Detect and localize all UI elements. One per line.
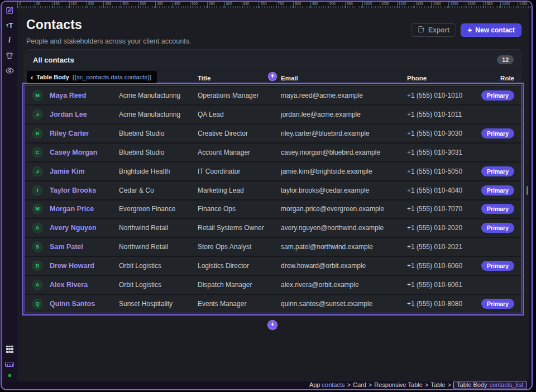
contact-name-link[interactable]: Sam Patel (50, 243, 119, 251)
apps-grid-icon[interactable] (4, 344, 15, 354)
new-contact-button[interactable]: + New contact (461, 23, 521, 37)
ruler-tick: 950 (345, 2, 362, 8)
contact-title: Retail Systems Owner (198, 224, 281, 232)
preview-eye-icon[interactable] (4, 65, 15, 75)
column-role[interactable]: Role (500, 75, 514, 82)
contact-company: Sunset Hospitality (119, 300, 198, 308)
contact-email: maya.reed@acme.example (281, 92, 407, 99)
row-count-badge: 12 (497, 55, 514, 64)
breadcrumb-selected[interactable]: Table Body contacts_list (453, 381, 527, 389)
contact-row[interactable]: D Drew Howard Orbit Logistics Logistics … (25, 256, 521, 275)
contact-title: Logistics Director (198, 262, 281, 270)
theme-shirt-icon[interactable] (4, 50, 15, 60)
contact-company: Evergreen Finance (119, 205, 198, 213)
contact-row[interactable]: R Riley Carter Bluebird Studio Creative … (25, 123, 521, 142)
ruler-tick: 50 (35, 2, 52, 8)
contact-role: Primary (481, 128, 514, 138)
vertical-scrollbar[interactable] (527, 186, 528, 195)
contact-phone: +1 (555) 010-4040 (407, 187, 481, 194)
avatar: Q (32, 298, 43, 309)
data-binding-expression: {{sc_contacts.data.contacts}} (73, 74, 151, 80)
export-button[interactable]: Export (411, 23, 456, 37)
add-component-button[interactable]: + (267, 320, 277, 330)
contact-row[interactable]: T Taylor Brooks Cedar & Co Marketing Lea… (25, 180, 521, 199)
contact-name-link[interactable]: Jordan Lee (50, 111, 119, 118)
contact-company: Acme Manufacturing (119, 92, 198, 99)
contact-row[interactable]: A Alex Rivera Orbit Logistics Dispatch M… (25, 275, 521, 294)
contact-title: IT Coordinator (198, 168, 281, 175)
contact-role: Primary (481, 223, 514, 233)
all-contacts-card[interactable]: All contacts 12 Title Email Phone Role M… (25, 49, 521, 314)
contact-role: Primary (481, 185, 514, 195)
column-phone[interactable]: Phone (407, 75, 500, 82)
ruler-tick: 150 (69, 2, 87, 8)
breadcrumb-item[interactable]: Responsive Table (374, 381, 423, 388)
contact-phone: +1 (555) 010-7070 (407, 205, 481, 213)
contact-phone: +1 (555) 010-1010 (407, 92, 481, 99)
breadcrumb-item[interactable]: Table (430, 381, 445, 388)
contact-company: Acme Manufacturing (119, 111, 198, 118)
contact-name-link[interactable]: Morgan Price (50, 205, 119, 213)
ruler-tick: 1100 (397, 2, 414, 8)
contact-row[interactable]: M Maya Reed Acme Manufacturing Operation… (25, 85, 521, 104)
primary-badge: Primary (481, 185, 514, 195)
primary-badge: Primary (481, 128, 514, 138)
ruler-tick: 300 (121, 2, 138, 8)
contact-name-link[interactable]: Jamie Kim (50, 168, 119, 175)
contact-name-link[interactable]: Casey Morgan (50, 149, 119, 156)
ruler-tick: 400 (155, 2, 173, 8)
primary-badge: Primary (481, 204, 514, 214)
contact-role: Primary (481, 299, 514, 309)
table-body-selected[interactable]: M Maya Reed Acme Manufacturing Operation… (25, 85, 521, 313)
contact-row[interactable]: M Morgan Price Evergreen Finance Finance… (25, 199, 521, 218)
ruler-tick: 600 (224, 2, 242, 8)
status-dot (8, 374, 11, 377)
contact-role: Primary (481, 261, 514, 271)
contact-company: Northwind Retail (119, 224, 198, 232)
contact-title: Marketing Lead (198, 187, 281, 194)
contact-name-link[interactable]: Drew Howard (50, 262, 119, 270)
contact-role: Primary (481, 166, 514, 176)
contact-email: jamie.kim@brightside.example (281, 168, 407, 175)
ruler-tick: 450 (173, 2, 190, 8)
ruler-tick: 1150 (414, 2, 431, 8)
contact-name-link[interactable]: Alex Rivera (50, 281, 119, 289)
contact-row[interactable]: J Jordan Lee Acme Manufacturing QA Lead … (25, 104, 521, 123)
contact-name-link[interactable]: Avery Nguyen (50, 224, 119, 232)
builder-window: 0501001502002503003504004505005506006507… (1, 1, 533, 390)
add-column-button[interactable]: + (268, 72, 277, 81)
contact-name-link[interactable]: Taylor Brooks (50, 187, 119, 194)
contact-email: taylor.brooks@cedar.example (281, 187, 407, 194)
edit-mode-icon[interactable] (4, 5, 15, 15)
contact-row[interactable]: A Avery Nguyen Northwind Retail Retail S… (25, 218, 521, 237)
contact-role: Primary (481, 90, 514, 101)
contact-title: Account Manager (198, 149, 281, 156)
contact-name-link[interactable]: Quinn Santos (50, 300, 119, 308)
contact-row[interactable]: C Casey Morgan Bluebird Studio Account M… (25, 142, 521, 161)
breadcrumb-item[interactable]: Card (353, 381, 366, 388)
ruler-toggle-icon[interactable] (4, 359, 15, 369)
contact-row[interactable]: J Jamie Kim Brightside Health IT Coordin… (25, 161, 521, 180)
column-email[interactable]: Email (281, 75, 407, 82)
contact-name-link[interactable]: Maya Reed (50, 92, 119, 99)
contact-title: Operations Manager (198, 92, 281, 99)
info-icon[interactable]: i (4, 35, 15, 45)
typography-icon[interactable]: TT (4, 20, 15, 30)
contact-row[interactable]: Q Quinn Santos Sunset Hospitality Events… (25, 294, 521, 313)
primary-badge: Primary (481, 90, 514, 101)
selected-component-tag[interactable]: ‹ Table Body {{sc_contacts.data.contacts… (27, 71, 157, 83)
contact-name-link[interactable]: Riley Carter (50, 130, 119, 137)
ruler-tick: 200 (87, 2, 104, 8)
contact-company: Bluebird Studio (119, 130, 198, 137)
contact-row[interactable]: S Sam Patel Northwind Retail Store Ops A… (25, 237, 521, 256)
ruler-tick: 800 (293, 2, 310, 8)
ruler-tick: 500 (190, 2, 207, 8)
plus-icon: + (467, 26, 472, 34)
contact-email: quinn.santos@sunset.example (281, 300, 407, 308)
chevron-left-icon[interactable]: ‹ (31, 74, 33, 81)
ruler-tick: 1350 (483, 2, 500, 8)
ruler-tick: 250 (103, 2, 121, 8)
primary-badge: Primary (481, 223, 514, 233)
breadcrumb-app-name[interactable]: contacts (322, 381, 345, 388)
ruler-tick: 100 (52, 2, 69, 8)
